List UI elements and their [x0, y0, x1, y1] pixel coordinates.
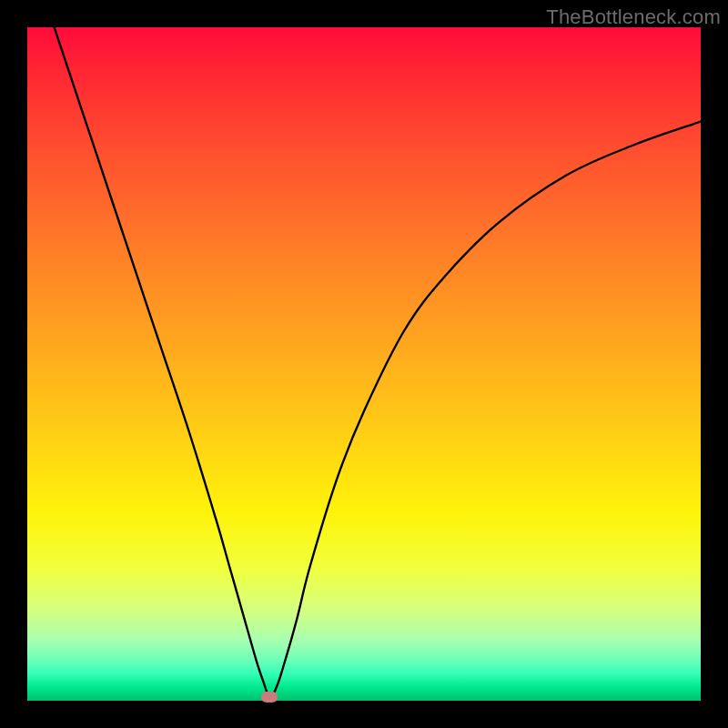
watermark-text: TheBottleneck.com: [546, 5, 721, 29]
plot-area: [27, 27, 701, 701]
bottleneck-curve: [27, 27, 701, 701]
chart-frame: TheBottleneck.com: [0, 0, 728, 728]
curve-path: [55, 27, 701, 697]
optimal-marker: [261, 692, 278, 703]
